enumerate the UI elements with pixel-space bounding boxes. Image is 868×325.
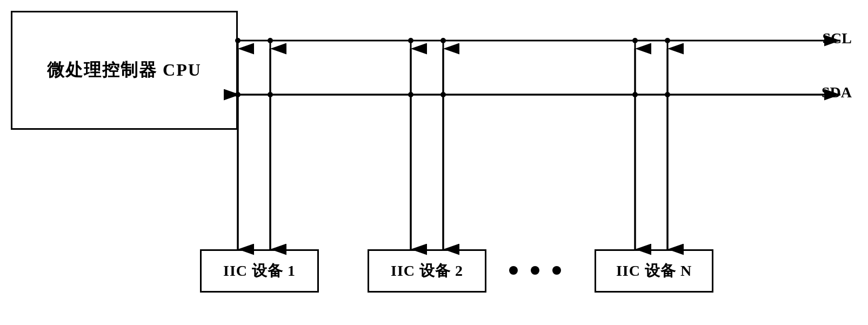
svg-point-32 (509, 266, 518, 275)
cpu-box: 微处理控制器 CPU (11, 11, 238, 130)
iic-device-1-label: IIC 设备 1 (223, 261, 296, 281)
svg-point-27 (268, 38, 273, 43)
svg-point-21 (268, 92, 273, 97)
iic-device-n-label: IIC 设备 N (616, 261, 692, 281)
iic-device-2-label: IIC 设备 2 (391, 261, 463, 281)
iic-device-n-box: IIC 设备 N (595, 249, 713, 293)
svg-point-24 (632, 92, 638, 97)
sda-label: SDA (822, 84, 852, 101)
diagram-container: 微处理控制器 CPU IIC 设备 1 IIC 设备 2 IIC 设备 N SC… (0, 0, 868, 325)
svg-point-23 (440, 92, 446, 97)
svg-point-33 (531, 266, 539, 275)
svg-point-34 (552, 266, 561, 275)
svg-point-25 (665, 92, 670, 97)
cpu-label: 微处理控制器 CPU (47, 58, 202, 82)
svg-point-29 (440, 38, 446, 43)
iic-device-1-box: IIC 设备 1 (200, 249, 319, 293)
svg-point-22 (408, 92, 413, 97)
svg-point-30 (632, 38, 638, 43)
scl-label: SCL (823, 30, 852, 47)
svg-point-31 (665, 38, 670, 43)
svg-point-28 (408, 38, 413, 43)
iic-device-2-box: IIC 设备 2 (368, 249, 486, 293)
